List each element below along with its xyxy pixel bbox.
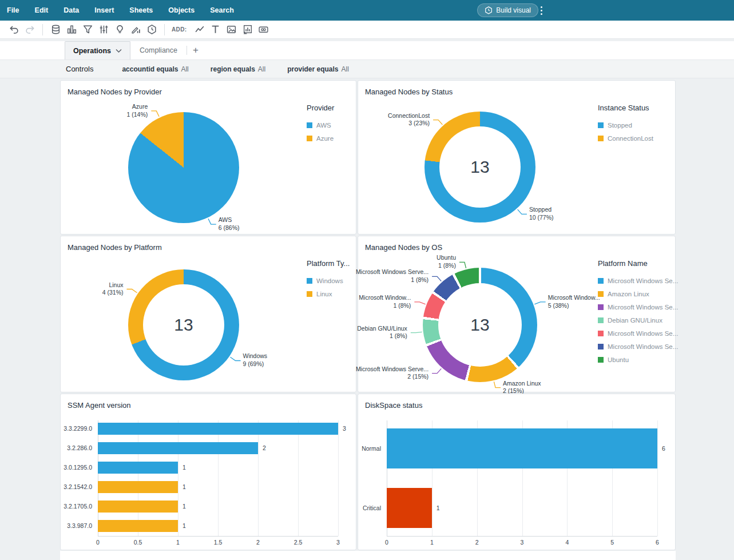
legend-title: Platform Name <box>598 259 648 268</box>
next-row-visual-top <box>60 551 676 560</box>
legend-item[interactable]: Windows <box>307 277 343 284</box>
menu-search[interactable]: Search <box>210 6 234 14</box>
legend-label: Linux <box>316 291 332 297</box>
visual-managed-nodes-by-status[interactable]: Managed Nodes by Status 13Stopped10 (77%… <box>358 80 676 235</box>
legend-item[interactable]: Microsoft Windows Se... <box>598 343 678 350</box>
add-visual-icon[interactable] <box>240 22 256 37</box>
refresh-clock-icon[interactable] <box>144 22 160 37</box>
legend-item[interactable]: ConnectionLost <box>598 135 653 142</box>
x-tick-label: 2 <box>475 539 479 546</box>
slice-callout-label: Windows9 (69%) <box>243 353 268 368</box>
bar-value-label: 3 <box>343 425 346 432</box>
slice-callout-label: AWS6 (86%) <box>219 216 240 232</box>
filter-provider[interactable]: provider equalsAll <box>287 65 349 73</box>
pie-graphic[interactable] <box>128 112 239 223</box>
build-visual-icon <box>485 6 493 14</box>
x-tick-label: 6 <box>656 539 659 546</box>
add-embed-icon[interactable] <box>256 22 272 37</box>
legend-label: AWS <box>316 122 331 129</box>
visual-managed-nodes-by-platform[interactable]: Managed Nodes by Platform 13Windows9 (69… <box>60 236 356 392</box>
bar-3.0.1295.0[interactable] <box>98 462 178 474</box>
legend-item[interactable]: Microsoft Windows Se... <box>598 277 678 284</box>
legend-label: Microsoft Windows Se... <box>608 343 678 350</box>
sheet-tab-bar: Operations Compliance + <box>0 41 734 60</box>
undo-icon[interactable] <box>6 22 22 37</box>
legend-item[interactable]: Microsoft Windows Se... <box>598 330 678 337</box>
filter-region[interactable]: region equalsAll <box>211 65 265 73</box>
bar-3.2.286.0[interactable] <box>98 442 258 454</box>
bar-3.2.1705.0[interactable] <box>98 501 178 513</box>
legend-item[interactable]: Amazon Linux <box>598 291 649 297</box>
bar-value-label: 6 <box>662 445 665 452</box>
add-text-icon[interactable] <box>208 22 224 37</box>
filter-accountid[interactable]: accountid equalsAll <box>122 65 188 73</box>
menu-sheets[interactable]: Sheets <box>129 6 153 14</box>
x-tick-label: 0 <box>385 539 388 546</box>
legend-swatch <box>598 136 604 141</box>
legend-swatch <box>307 291 312 297</box>
redo-icon[interactable] <box>22 22 38 37</box>
legend-swatch <box>598 357 604 363</box>
gridline <box>258 420 259 536</box>
visual-managed-nodes-by-provider[interactable]: Managed Nodes by Provider AWS6 (86%)Azur… <box>60 80 356 235</box>
legend-item[interactable]: Stopped <box>598 122 632 129</box>
menu-insert[interactable]: Insert <box>94 6 114 14</box>
gridline <box>138 420 138 536</box>
visual-diskspace-status[interactable]: DiskSpace status 0123456Normal6Critical1 <box>358 394 676 550</box>
add-line-visual-icon[interactable] <box>192 22 208 37</box>
chevron-down-icon <box>116 49 122 53</box>
slice-callout-label: Microsoft Windows Serve...2 (15%) <box>356 366 429 381</box>
legend-item[interactable]: Ubuntu <box>598 356 629 363</box>
add-sheet-button[interactable]: + <box>187 41 204 59</box>
legend-label: Stopped <box>608 122 632 129</box>
filter-icon[interactable] <box>80 22 96 37</box>
bar-3.3.987.0[interactable] <box>98 520 178 532</box>
slice-callout-label: Microsoft Windows Serve...1 (8%) <box>356 269 429 284</box>
legend-item[interactable]: AWS <box>307 122 331 129</box>
bar-Normal[interactable] <box>387 428 657 468</box>
legend-item[interactable]: Debian GNU/Linux <box>598 317 662 324</box>
visual-ssm-agent-version[interactable]: SSM Agent version 00.511.522.533.3.2299.… <box>60 394 356 550</box>
visuals-icon[interactable] <box>64 22 80 37</box>
more-options-kebab-icon[interactable] <box>536 4 546 17</box>
menu-objects[interactable]: Objects <box>168 6 195 14</box>
edit-analysis-icon[interactable] <box>128 22 144 37</box>
donut-center-total: 13 <box>470 315 489 335</box>
bar-3.2.1542.0[interactable] <box>98 481 178 493</box>
bar-chart-ssm-agent-version: 00.511.522.533.3.2299.033.2.286.023.0.12… <box>61 394 356 550</box>
menu-data[interactable]: Data <box>64 6 79 14</box>
dataset-icon[interactable] <box>47 22 64 37</box>
category-label: 3.0.1295.0 <box>64 464 92 471</box>
legend-item[interactable]: Microsoft Windows Se... <box>598 304 678 311</box>
legend-item[interactable]: Azure <box>307 135 334 142</box>
toolbar: ADD: <box>0 21 734 39</box>
controls-bar: Controls accountid equalsAll region equa… <box>0 60 734 78</box>
add-image-icon[interactable] <box>224 22 240 37</box>
tab-compliance[interactable]: Compliance <box>130 41 187 59</box>
slice-callout-label: ConnectionLost3 (23%) <box>388 112 430 128</box>
build-visual-button[interactable]: Build visual <box>477 3 538 17</box>
bar-value-label: 1 <box>182 483 186 490</box>
slice-callout-label: Microsoft Window...1 (8%) <box>359 294 411 309</box>
slice-callout-label: Linux4 (31%) <box>102 281 124 297</box>
legend-label: Debian GNU/Linux <box>608 317 662 324</box>
donut-chart-platform: 13Windows9 (69%)Linux4 (31%)Platform Ty.… <box>61 236 356 392</box>
bar-value-label: 1 <box>182 464 186 471</box>
tab-operations[interactable]: Operations <box>65 41 130 59</box>
x-tick-label: 4 <box>565 539 569 546</box>
menu-bar: File Edit Data Insert Sheets Objects Sea… <box>0 0 734 21</box>
parameters-icon[interactable] <box>96 22 112 37</box>
bar-chart-diskspace-status: 0123456Normal6Critical1 <box>358 394 675 550</box>
dashboard-canvas: Managed Nodes by Provider AWS6 (86%)Azur… <box>0 78 734 560</box>
bar-Critical[interactable] <box>387 488 432 528</box>
insights-lightbulb-icon[interactable] <box>112 22 128 37</box>
menu-file[interactable]: File <box>7 6 19 14</box>
x-tick-label: 1 <box>176 539 180 546</box>
legend-item[interactable]: Linux <box>307 291 332 297</box>
gridline <box>338 420 339 536</box>
visual-managed-nodes-by-os[interactable]: Managed Nodes by OS 13Microsoft Window..… <box>358 236 676 392</box>
bar-value-label: 1 <box>182 503 186 510</box>
menu-edit[interactable]: Edit <box>35 6 49 14</box>
bar-3.3.2299.0[interactable] <box>98 423 338 435</box>
slice-callout-label: Stopped10 (77%) <box>529 206 554 222</box>
